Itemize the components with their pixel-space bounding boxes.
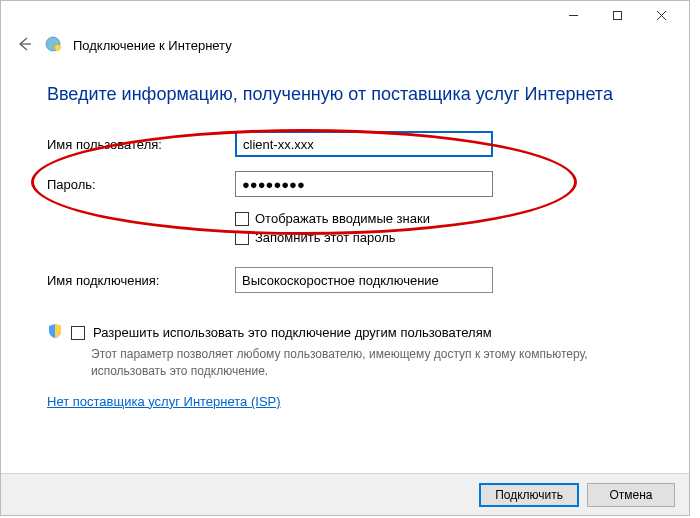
username-input[interactable] — [235, 131, 493, 157]
permission-block: Разрешить использовать это подключение д… — [47, 323, 643, 380]
close-icon — [656, 10, 667, 21]
permission-head: Разрешить использовать это подключение д… — [47, 323, 643, 342]
permission-checkbox[interactable] — [71, 326, 85, 340]
permission-label: Разрешить использовать это подключение д… — [93, 325, 492, 340]
back-button[interactable] — [15, 35, 33, 56]
connection-input[interactable] — [235, 267, 493, 293]
password-label: Пароль: — [47, 177, 235, 192]
username-row: Имя пользователя: — [47, 131, 643, 157]
close-button[interactable] — [639, 1, 683, 29]
show-chars-row: Отображать вводимые знаки — [235, 211, 643, 226]
minimize-icon — [568, 10, 579, 21]
header-row: Подключение к Интернету — [1, 29, 689, 66]
show-chars-checkbox[interactable] — [235, 212, 249, 226]
header-title: Подключение к Интернету — [73, 38, 232, 53]
remember-row: Запомнить этот пароль — [235, 230, 643, 245]
connection-row: Имя подключения: — [47, 267, 643, 293]
permission-desc: Этот параметр позволяет любому пользоват… — [91, 346, 631, 380]
username-label: Имя пользователя: — [47, 137, 235, 152]
page-heading: Введите информацию, полученную от постав… — [47, 84, 643, 105]
maximize-button[interactable] — [595, 1, 639, 29]
cancel-button[interactable]: Отмена — [587, 483, 675, 507]
back-arrow-icon — [15, 35, 33, 53]
connection-label: Имя подключения: — [47, 273, 235, 288]
titlebar — [1, 1, 689, 29]
show-chars-label: Отображать вводимые знаки — [255, 211, 430, 226]
footer: Подключить Отмена — [1, 473, 689, 515]
dialog-window: Подключение к Интернету Введите информац… — [0, 0, 690, 516]
globe-icon — [45, 36, 61, 55]
password-input[interactable] — [235, 171, 493, 197]
remember-checkbox[interactable] — [235, 231, 249, 245]
content-area: Введите информацию, полученную от постав… — [1, 66, 689, 409]
connect-button[interactable]: Подключить — [479, 483, 579, 507]
minimize-button[interactable] — [551, 1, 595, 29]
remember-label: Запомнить этот пароль — [255, 230, 396, 245]
isp-link[interactable]: Нет поставщика услуг Интернета (ISP) — [47, 394, 281, 409]
password-row: Пароль: — [47, 171, 643, 197]
shield-icon — [47, 323, 63, 342]
maximize-icon — [612, 10, 623, 21]
svg-point-6 — [55, 45, 61, 51]
svg-rect-1 — [613, 11, 621, 19]
